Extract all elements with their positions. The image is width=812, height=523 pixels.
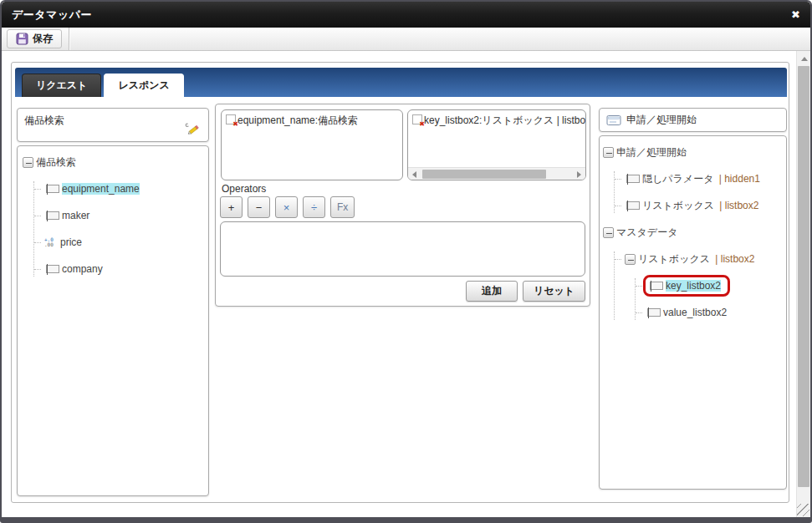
mapping-actions: 追加 リセット	[215, 281, 590, 302]
horizontal-scrollbar[interactable]	[408, 167, 585, 180]
horizontal-scrollbar-thumb[interactable]	[422, 170, 546, 179]
annotation-highlight-box: key_listbox2	[643, 275, 730, 297]
tree-node-id: | listbox2	[717, 200, 758, 211]
scroll-left-icon[interactable]	[408, 168, 421, 180]
text-field-icon	[650, 282, 663, 290]
text-field-icon	[647, 308, 661, 317]
remove-mapping-icon[interactable]	[412, 114, 422, 124]
tab-response[interactable]: レスポンス	[104, 74, 183, 97]
save-button[interactable]: 保存	[7, 29, 62, 48]
tree-children: リストボックス | listbox2key_listbox2value_list…	[614, 251, 783, 320]
operator-button[interactable]: Fx	[330, 196, 355, 218]
floppy-disk-icon	[16, 33, 28, 45]
collapse-icon[interactable]	[603, 147, 614, 158]
tab-request[interactable]: リクエスト	[22, 74, 101, 97]
tree-connector	[615, 179, 621, 180]
tree-node-label: company	[62, 263, 103, 275]
target-tree: 申請／処理開始隠しパラメータ | hidden1リストボックス | listbo…	[603, 145, 783, 320]
collapse-icon[interactable]	[603, 227, 614, 238]
tree-connector	[636, 312, 642, 313]
tree-node[interactable]: 申請／処理開始	[603, 145, 783, 160]
tab-request-label: リクエスト	[36, 79, 87, 93]
source-tree: 備品検索equipment_namemaker+.0.00pricecompan…	[23, 155, 203, 277]
close-icon[interactable]: ✖	[791, 9, 800, 20]
remove-mapping-icon[interactable]	[226, 114, 236, 124]
source-tree-panel: 備品検索equipment_namemaker+.0.00pricecompan…	[17, 145, 209, 496]
tree-node[interactable]: +.0.00price	[43, 235, 203, 250]
tree-connector	[636, 286, 642, 287]
target-title: 申請／処理開始	[626, 113, 697, 127]
data-mapper-dialog: データマッパー ✖ 保存 リクエスト レスポンス	[0, 0, 812, 523]
tree-connector	[615, 206, 621, 206]
toolbar-separator	[69, 28, 70, 50]
target-header-box[interactable]: 申請／処理開始	[599, 108, 787, 132]
dialog-title: データマッパー	[12, 8, 92, 23]
tree-node[interactable]: マスタデータ	[603, 225, 783, 240]
operator-button[interactable]: −	[248, 196, 270, 218]
tree-node-label: マスタデータ	[616, 226, 677, 240]
tree-node[interactable]: リストボックス | listbox2	[624, 251, 783, 267]
pencil-icon[interactable]	[183, 121, 202, 138]
form-icon	[606, 114, 621, 126]
tree-node-label: key_listbox2	[666, 280, 721, 292]
tree-node-label: リストボックス	[642, 199, 714, 213]
tree-node[interactable]: value_listbox2	[645, 305, 783, 320]
expression-area[interactable]	[220, 221, 585, 277]
text-field-icon	[626, 201, 640, 210]
number-field-icon: +.0.00	[44, 237, 58, 247]
vertical-scrollbar-thumb[interactable]	[798, 66, 809, 487]
add-button[interactable]: 追加	[466, 281, 518, 302]
mapping-source-entry[interactable]: equipment_name:備品検索	[226, 114, 398, 128]
scroll-right-icon[interactable]	[573, 168, 585, 180]
tree-node-label: value_listbox2	[663, 307, 727, 318]
mapping-source-label: equipment_name:備品検索	[237, 114, 358, 128]
source-title: 備品検索	[24, 114, 64, 126]
collapse-icon[interactable]	[23, 157, 33, 168]
tree-node-label: price	[60, 236, 82, 248]
tree-node-id: | listbox2	[712, 253, 754, 265]
operator-button[interactable]: ÷	[303, 196, 325, 218]
dialog-titlebar: データマッパー ✖	[2, 2, 810, 28]
operator-button[interactable]: +	[220, 196, 243, 218]
tree-node[interactable]: company	[43, 262, 203, 277]
tree-children: equipment_namemaker+.0.00pricecompany	[33, 181, 203, 277]
text-field-icon	[46, 211, 59, 220]
scroll-up-icon[interactable]	[797, 52, 811, 65]
vertical-scrollbar[interactable]	[796, 51, 810, 517]
tree-node[interactable]: 備品検索	[23, 155, 203, 170]
reset-button[interactable]: リセット	[523, 281, 585, 302]
tree-node-label: 隠しパラメータ	[642, 172, 713, 186]
tree-node-label: 申請／処理開始	[616, 145, 687, 160]
tab-bar: リクエスト レスポンス	[15, 68, 787, 97]
tree-connector	[34, 242, 41, 243]
tab-response-label: レスポンス	[118, 79, 169, 93]
tree-connector	[34, 216, 41, 216]
source-header-box[interactable]: 備品検索	[17, 108, 209, 142]
tree-node[interactable]: リストボックス | listbox2	[624, 198, 783, 213]
operator-button[interactable]: ×	[275, 196, 298, 218]
tree-node-label: maker	[62, 210, 89, 221]
resize-grip-icon[interactable]	[797, 504, 809, 516]
mapping-target-label: key_listbox2:リストボックス | listbox2.マ	[424, 114, 586, 128]
tree-node[interactable]: 隠しパラメータ | hidden1	[624, 171, 783, 186]
tree-connector	[615, 259, 621, 260]
tree-connector	[34, 269, 41, 270]
tree-node-label: リストボックス	[638, 252, 710, 267]
text-field-icon	[626, 175, 640, 183]
tree-node[interactable]: maker	[43, 208, 203, 223]
tree-node[interactable]: key_listbox2	[645, 278, 783, 293]
operators-label: Operators	[222, 183, 266, 195]
target-tree-panel: 申請／処理開始隠しパラメータ | hidden1リストボックス | listbo…	[599, 135, 787, 490]
tree-node-label: equipment_name	[62, 183, 140, 195]
tree-node-id: | hidden1	[716, 173, 760, 185]
mapping-target-entry[interactable]: key_listbox2:リストボックス | listbox2.マ	[412, 114, 581, 128]
tree-node[interactable]: equipment_name	[43, 181, 203, 196]
dialog-content: リクエスト レスポンス 備品検索	[2, 51, 810, 517]
operator-buttons: +−×÷Fx	[220, 196, 355, 218]
tree-children: key_listbox2value_listbox2	[635, 278, 783, 320]
mapping-target-box[interactable]: key_listbox2:リストボックス | listbox2.マ	[407, 109, 586, 180]
tree-connector	[34, 189, 41, 190]
mapping-source-box[interactable]: equipment_name:備品検索	[221, 109, 403, 180]
tree-children: 隠しパラメータ | hidden1リストボックス | listbox2	[614, 171, 783, 213]
collapse-icon[interactable]	[625, 254, 636, 265]
